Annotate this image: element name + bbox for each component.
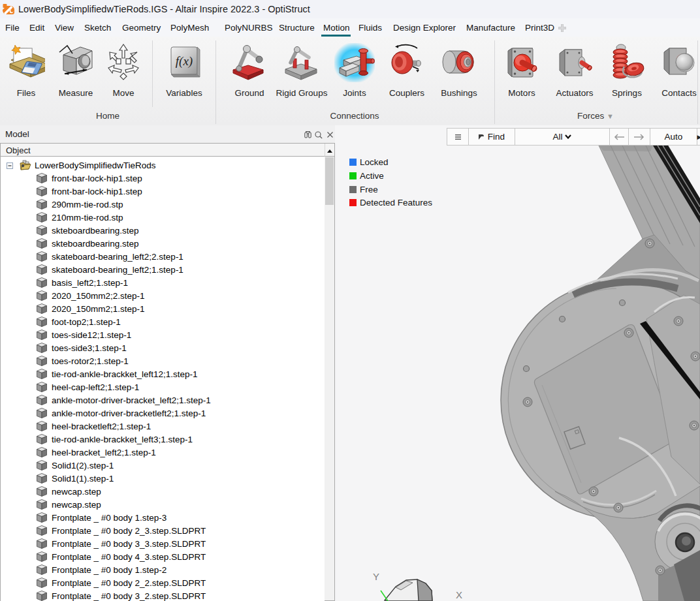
- svg-text:f(x): f(x): [176, 54, 193, 69]
